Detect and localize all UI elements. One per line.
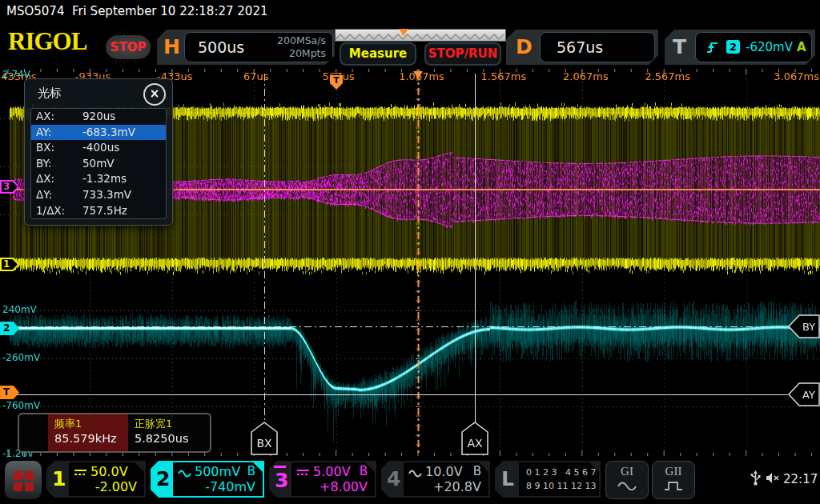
pulse-wave-icon [664,481,683,490]
rigol-logo: RIGOL [8,27,86,56]
trigger-value-box: 2 -620mV A [695,32,812,62]
sine-wave-icon [617,481,637,490]
channel1-box[interactable]: 1 50.0V -2.00V [46,461,146,498]
ac-coupling-icon [408,468,422,478]
sample-rate: 200MSa/s [277,34,326,47]
channel1-scale: 50.0V [90,464,128,479]
trigger-level-marker[interactable]: T [0,386,19,399]
time-label: 2.567ms [645,70,690,82]
voltage-label: -760mV [2,400,40,411]
oscilloscope-screen: MSO5074 Fri September 10 22:18:27 2021 R… [0,0,820,504]
cursor-row-dx[interactable]: ΔX:-1.32ms [31,171,166,187]
close-icon[interactable]: × [143,83,166,106]
svg-text:BY: BY [802,321,815,333]
channel4-offset: +20.8V [433,479,481,494]
cursor-ay-tag[interactable]: AY [788,382,820,406]
logic-channels-box[interactable]: L 0 1 2 3 4 5 6 7 8 9 10 11 12 13 14 15 [495,461,601,498]
svg-text:BX: BX [256,437,272,450]
invert-indicator [274,466,286,468]
run-state-badge: STOP [106,35,151,59]
ac-coupling-icon [178,468,191,478]
channel1-offset: -2.00V [95,479,137,494]
channel2-offset: -740mV [205,479,255,494]
stop-run-button[interactable]: STOP/RUN [424,42,501,66]
measurement-positive-pulse-width[interactable]: 正脉宽1 5.8250us [128,414,208,451]
cursor-row-ay[interactable]: AY:-683.3mV [31,125,166,141]
clock: 22:17 [783,472,818,486]
cursor-row-dy[interactable]: ΔY:733.3mV [31,187,166,203]
h-label: H [163,35,180,58]
h-value-box: 500us 200MSa/s 20Mpts [184,32,333,62]
rising-edge-icon [705,40,719,54]
channel3-offset: +8.00V [320,479,368,494]
trigger-sweep-mode: A [797,40,806,54]
time-label: 1.567ms [481,70,527,82]
time-label: 67us [243,70,269,82]
memory-depth: 20Mpts [277,47,326,60]
delay-value: 567us [557,38,603,56]
speaker-muted-icon [766,472,780,484]
svg-text:AX: AX [467,437,483,450]
trigger-level-value: -620mV [746,40,793,54]
trigger-button[interactable]: T 2 -620mV A [665,30,815,65]
d-label: D [516,35,533,58]
channel2-scale: 500mV [195,464,240,479]
channel3-scale: 5.00V [313,464,351,479]
logic-row-0-7: 0 1 2 3 4 5 6 7 [526,467,596,478]
generator2-button[interactable]: GII [652,461,695,499]
t-label: T [673,35,686,58]
channel3-box[interactable]: 3 5.00V B +8.00V [269,461,376,498]
usb-icon [750,470,762,486]
channel-status-bar: 1 50.0V -2.00V 2 500mV B -740mV 3 5.00V … [0,458,820,504]
channel3-bandwidth: B [360,464,368,478]
measure-button[interactable]: Measure [340,42,416,66]
measurement-frequency[interactable]: 频率1 85.579kHz [48,414,128,451]
delay-button[interactable]: D 567us [506,30,658,65]
memory-position-marker[interactable] [399,29,408,36]
measurement-panel: 频率1 85.579kHz 正脉宽1 5.8250us [18,413,211,453]
menu-button[interactable] [5,461,42,499]
channel3-position-marker[interactable]: 3 [0,180,19,194]
channel4-box[interactable]: 4 10.0V B +20.8V [381,461,490,498]
voltage-label: 240mV [2,304,37,315]
window-title: MSO5074 Fri September 10 22:18:27 2021 [6,4,267,18]
cursor-row-by[interactable]: BY:50mV [31,156,166,172]
acquisition-info: 200MSa/s 20Mpts [277,34,326,60]
d-value-box: 567us [540,32,655,62]
cursor-row-bx[interactable]: BX:-400us [31,140,166,156]
voltage-label: -260mV [2,352,40,363]
timebase-value: 500us [198,38,244,56]
channel4-scale: 10.0V [425,464,463,479]
channel2-box[interactable]: 2 500mV B -740mV [151,461,264,498]
time-label: 2.067ms [563,70,609,82]
cursor-readout-list: AX:920us AY:-683.3mV BX:-400us BY:50mV Δ… [30,108,167,219]
cursor-row-1dx[interactable]: 1/ΔX:757.5Hz [31,203,166,219]
waveform-display-area: -1.433ms-933us-433us67us567us1.067ms1.56… [0,69,820,456]
svg-text:AY: AY [802,389,815,401]
cursor-bx-tag[interactable]: BX [251,422,278,455]
cursor-panel-title: 光标 [38,86,62,101]
channel1-position-marker[interactable]: 1 [0,258,19,271]
dc-coupling-icon [74,468,87,477]
cursor-ax-tag[interactable]: AX [461,422,488,455]
time-label: 3.067ms [774,70,819,82]
memory-position-bar[interactable] [335,29,506,42]
trigger-source-badge: 2 [726,40,740,54]
screen-center-marker-icon [413,71,423,79]
channel4-bandwidth: B [473,464,481,478]
channel2-position-marker[interactable]: 2 [0,322,19,335]
cursor-by-tag[interactable]: BY [788,314,820,338]
horizontal-timebase-button[interactable]: H 500us 200MSa/s 20Mpts [157,30,335,65]
dc-coupling-icon [296,468,310,477]
cursor-results-panel: 光标 × AX:920us AY:-683.3mV BX:-400us BY:5… [24,78,173,226]
channel2-bandwidth: B [247,464,255,478]
waveform-thumbnail-icon [336,32,504,42]
cursor-row-ax[interactable]: AX:920us [31,109,166,125]
generator1-button[interactable]: GI [605,461,649,499]
